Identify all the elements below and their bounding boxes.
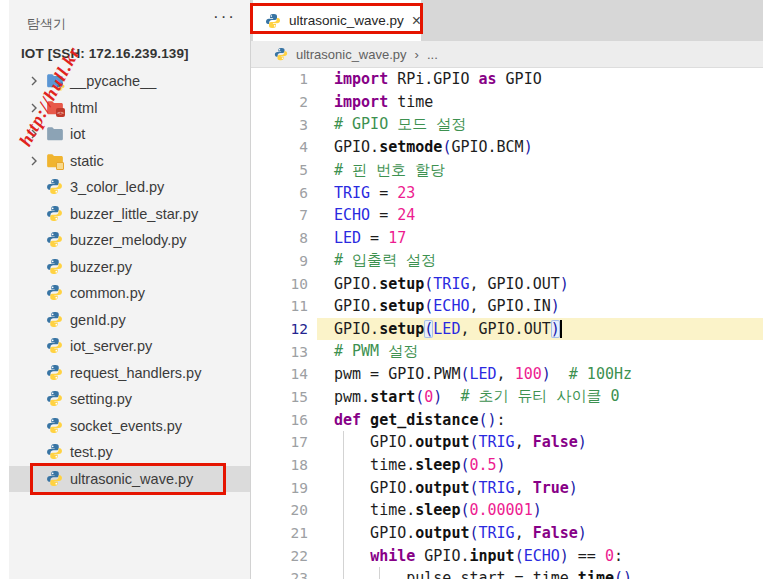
explorer-sidebar: 탐색기 ··· IOT [SSH: 172.16.239.139] __pyca… xyxy=(9,0,250,579)
tree-item-buzzer.py[interactable]: buzzer.py xyxy=(9,254,250,281)
tree-item-label: test.py xyxy=(70,444,113,460)
tree-item-label: socket_events.py xyxy=(70,418,182,434)
line-number[interactable]: 14 xyxy=(251,366,308,382)
line-number[interactable]: 11 xyxy=(251,298,308,314)
tree-item-test.py[interactable]: test.py xyxy=(9,439,250,466)
code-line-14[interactable]: 14pwm = GPIO.PWM(LED, 100) # 100Hz xyxy=(251,363,763,386)
line-number[interactable]: 2 xyxy=(251,94,308,110)
code-line-content: GPIO.output(TRIG, False) xyxy=(317,431,763,454)
line-number[interactable]: 21 xyxy=(251,525,308,541)
tree-item-static[interactable]: static xyxy=(9,148,250,175)
code-line-1[interactable]: 1import RPi.GPIO as GPIO xyxy=(251,68,763,91)
code-line-content: while GPIO.input(ECHO) == 0: xyxy=(317,544,763,567)
python-file-icon xyxy=(274,47,288,61)
tree-item-label: iot_server.py xyxy=(70,338,152,354)
tab-bar: ultrasonic_wave.py × xyxy=(251,0,763,41)
breadcrumb-symbol-ellipsis[interactable]: ... xyxy=(427,47,438,62)
line-number[interactable]: 17 xyxy=(251,434,308,450)
line-number[interactable]: 5 xyxy=(251,162,308,178)
line-number[interactable]: 7 xyxy=(251,207,308,223)
code-editor[interactable]: 1import RPi.GPIO as GPIO2import time3# G… xyxy=(251,68,763,579)
line-number[interactable]: 6 xyxy=(251,185,308,201)
file-tree: __pycache__ <>html iot static 3_color_le… xyxy=(9,68,250,492)
line-number[interactable]: 16 xyxy=(251,412,308,428)
line-number[interactable]: 9 xyxy=(251,253,308,269)
tree-item-buzzer_little_star.py[interactable]: buzzer_little_star.py xyxy=(9,201,250,228)
code-line-content: import time xyxy=(317,91,763,114)
tree-item-iot_server.py[interactable]: iot_server.py xyxy=(9,333,250,360)
chevron-right-icon[interactable] xyxy=(26,153,46,169)
code-line-8[interactable]: 8LED = 17 xyxy=(251,227,763,250)
tree-item-common.py[interactable]: common.py xyxy=(9,280,250,307)
code-badge-icon: <> xyxy=(56,108,65,117)
chevron-right-icon[interactable] xyxy=(26,100,46,116)
tree-item-socket_events.py[interactable]: socket_events.py xyxy=(9,413,250,440)
tree-item-iot[interactable]: iot xyxy=(9,121,250,148)
python-file-icon xyxy=(46,205,64,223)
code-line-content: # 핀 번호 할당 xyxy=(317,159,763,182)
code-line-16[interactable]: 16def get_distance(): xyxy=(251,408,763,431)
code-line-content: GPIO.setup(ECHO, GPIO.IN) xyxy=(317,295,763,318)
code-line-4[interactable]: 4GPIO.setmode(GPIO.BCM) xyxy=(251,136,763,159)
tree-item-genId.py[interactable]: genId.py xyxy=(9,307,250,334)
code-line-22[interactable]: 22 while GPIO.input(ECHO) == 0: xyxy=(251,544,763,567)
code-line-21[interactable]: 21 GPIO.output(TRIG, False) xyxy=(251,522,763,545)
code-line-6[interactable]: 6TRIG = 23 xyxy=(251,181,763,204)
project-root-header[interactable]: IOT [SSH: 172.16.239.139] xyxy=(21,46,189,61)
line-number[interactable]: 10 xyxy=(251,276,308,292)
tree-item-buzzer_melody.py[interactable]: buzzer_melody.py xyxy=(9,227,250,254)
tree-item-__pycache__[interactable]: __pycache__ xyxy=(9,68,250,95)
code-line-17[interactable]: 17 GPIO.output(TRIG, False) xyxy=(251,431,763,454)
line-number[interactable]: 3 xyxy=(251,117,308,133)
line-number[interactable]: 1 xyxy=(251,71,308,87)
code-line-content: GPIO.output(TRIG, False) xyxy=(317,522,763,545)
tree-item-label: common.py xyxy=(70,285,145,301)
line-number[interactable]: 23 xyxy=(251,570,308,579)
line-number[interactable]: 4 xyxy=(251,139,308,155)
tree-item-3_color_led.py[interactable]: 3_color_led.py xyxy=(9,174,250,201)
code-line-19[interactable]: 19 GPIO.output(TRIG, True) xyxy=(251,476,763,499)
line-number[interactable]: 13 xyxy=(251,344,308,360)
indent-guide xyxy=(343,431,344,579)
code-line-12[interactable]: 12GPIO.setup(LED, GPIO.OUT) xyxy=(251,318,763,341)
code-line-content: pwm.start(0) # 초기 듀티 사이클 0 xyxy=(317,386,763,409)
breadcrumb-file[interactable]: ultrasonic_wave.py xyxy=(296,47,407,62)
code-line-13[interactable]: 13# PWM 설정 xyxy=(251,340,763,363)
code-line-10[interactable]: 10GPIO.setup(TRIG, GPIO.OUT) xyxy=(251,272,763,295)
line-number[interactable]: 18 xyxy=(251,457,308,473)
chevron-right-icon[interactable] xyxy=(26,73,46,89)
chevron-right-icon[interactable] xyxy=(26,126,46,142)
tree-item-label: iot xyxy=(70,126,85,142)
folder-icon xyxy=(46,152,64,170)
line-number[interactable]: 15 xyxy=(251,389,308,405)
line-number[interactable]: 20 xyxy=(251,502,308,518)
close-icon[interactable]: × xyxy=(412,13,421,29)
code-line-23[interactable]: 23 pulse_start = time.time() xyxy=(251,567,763,579)
line-number[interactable]: 19 xyxy=(251,480,308,496)
tree-item-label: setting.py xyxy=(70,391,132,407)
code-line-20[interactable]: 20 time.sleep(0.00001) xyxy=(251,499,763,522)
breadcrumb: ultrasonic_wave.py › ... xyxy=(251,41,763,68)
line-number[interactable]: 22 xyxy=(251,548,308,564)
tree-item-request_handlers.py[interactable]: request_handlers.py xyxy=(9,360,250,387)
code-line-11[interactable]: 11GPIO.setup(ECHO, GPIO.IN) xyxy=(251,295,763,318)
tree-item-ultrasonic_wave.py[interactable]: ultrasonic_wave.py xyxy=(9,466,250,493)
tree-item-label: ultrasonic_wave.py xyxy=(70,471,193,487)
tree-item-setting.py[interactable]: setting.py xyxy=(9,386,250,413)
line-number[interactable]: 8 xyxy=(251,230,308,246)
tree-item-html[interactable]: <>html xyxy=(9,95,250,122)
code-line-9[interactable]: 9# 입출력 설정 xyxy=(251,250,763,273)
code-line-15[interactable]: 15pwm.start(0) # 초기 듀티 사이클 0 xyxy=(251,386,763,409)
code-line-7[interactable]: 7ECHO = 24 xyxy=(251,204,763,227)
code-line-18[interactable]: 18 time.sleep(0.5) xyxy=(251,454,763,477)
vscode-window: http://hull.kr 탐색기 ··· IOT [SSH: 172.16.… xyxy=(0,0,763,579)
more-actions-icon[interactable]: ··· xyxy=(213,7,236,27)
tab-ultrasonic-wave[interactable]: ultrasonic_wave.py × xyxy=(253,0,421,41)
code-line-5[interactable]: 5# 핀 번호 할당 xyxy=(251,159,763,182)
line-number[interactable]: 12 xyxy=(251,321,308,337)
code-line-2[interactable]: 2import time xyxy=(251,91,763,114)
code-line-3[interactable]: 3# GPIO 모드 설정 xyxy=(251,113,763,136)
tab-label: ultrasonic_wave.py xyxy=(289,13,404,28)
code-line-content: ECHO = 24 xyxy=(317,204,763,227)
code-line-content: GPIO.setup(LED, GPIO.OUT) xyxy=(317,318,763,341)
